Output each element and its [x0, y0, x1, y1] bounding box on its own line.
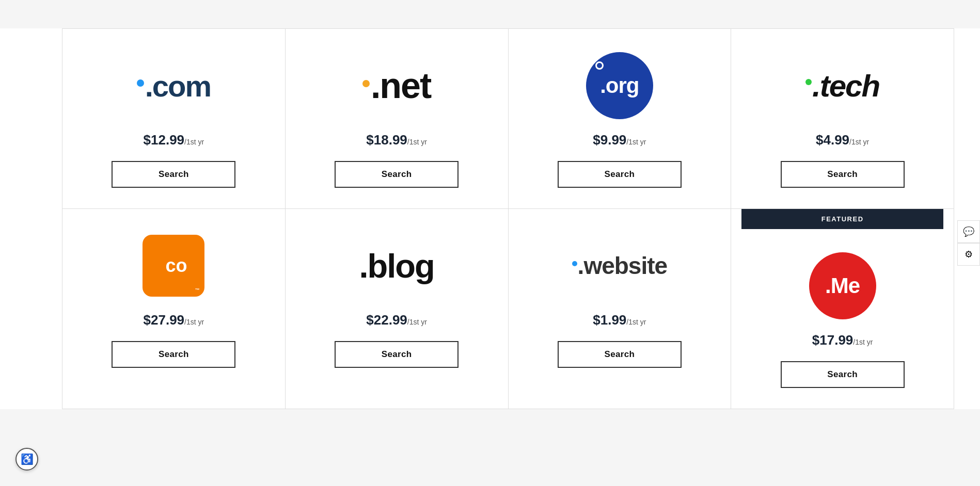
website-logo-area: .website: [572, 230, 668, 302]
domain-card-co: .co ™ $27.99/1st yr Search: [62, 209, 286, 409]
net-logo: .net: [362, 65, 431, 106]
tech-price-value: $4.99: [816, 132, 849, 148]
co-logo: .co ™: [143, 235, 204, 297]
co-logo-area: .co ™: [143, 230, 204, 302]
org-per-yr: /1st yr: [626, 138, 646, 146]
me-per-yr: /1st yr: [853, 338, 873, 346]
accessibility-button[interactable]: ♿: [15, 448, 38, 471]
co-price-value: $27.99: [144, 312, 185, 328]
net-dot: [362, 80, 370, 87]
com-logo: .com: [137, 69, 211, 103]
blog-logo-area: .blog: [359, 230, 434, 302]
org-logo: .org: [586, 52, 653, 119]
net-price-value: $18.99: [366, 132, 407, 148]
blog-logo: .blog: [359, 247, 434, 285]
tech-logo: .tech: [805, 68, 879, 104]
com-price: $12.99/1st yr: [144, 132, 204, 148]
me-price-value: $17.99: [812, 332, 853, 348]
domain-card-tech: .tech $4.99/1st yr Search: [731, 29, 954, 209]
tech-dot: [805, 79, 812, 85]
settings-icon: ⚙: [965, 249, 973, 260]
website-search-button[interactable]: Search: [558, 341, 682, 368]
com-per-yr: /1st yr: [184, 138, 204, 146]
domain-card-website: .website $1.99/1st yr Search: [509, 209, 732, 409]
com-dot: [137, 79, 144, 87]
com-price-value: $12.99: [144, 132, 185, 148]
net-search-button[interactable]: Search: [335, 161, 459, 188]
tech-search-button[interactable]: Search: [781, 161, 905, 188]
domain-card-blog: .blog $22.99/1st yr Search: [286, 209, 509, 409]
tech-logo-area: .tech: [805, 50, 879, 122]
accessibility-icon: ♿: [21, 453, 34, 465]
org-price: $9.99/1st yr: [593, 132, 646, 148]
domain-card-com: .com $12.99/1st yr Search: [62, 29, 286, 209]
me-price: $17.99/1st yr: [812, 332, 873, 348]
website-dot: [572, 261, 577, 266]
org-search-button[interactable]: Search: [558, 161, 682, 188]
settings-button[interactable]: ⚙: [957, 243, 980, 266]
me-logo: .Me: [809, 252, 876, 319]
co-per-yr: /1st yr: [184, 318, 204, 326]
org-dot: [595, 61, 604, 70]
domain-card-org: .org $9.99/1st yr Search: [509, 29, 732, 209]
chat-button[interactable]: 💬: [957, 220, 980, 243]
com-search-button[interactable]: Search: [112, 161, 235, 188]
tech-price: $4.99/1st yr: [816, 132, 869, 148]
net-price: $18.99/1st yr: [366, 132, 427, 148]
net-logo-area: .net: [362, 50, 431, 122]
co-price: $27.99/1st yr: [144, 312, 204, 328]
blog-search-button[interactable]: Search: [335, 341, 459, 368]
org-price-value: $9.99: [593, 132, 626, 148]
blog-per-yr: /1st yr: [407, 318, 427, 326]
blog-price: $22.99/1st yr: [366, 312, 427, 328]
website-logo: .website: [572, 252, 668, 280]
me-logo-area: .Me: [809, 250, 876, 322]
org-logo-area: .org: [586, 50, 653, 122]
net-per-yr: /1st yr: [407, 138, 427, 146]
domain-card-me: FEATURED .Me $17.99/1st yr Search: [731, 209, 954, 409]
me-search-button[interactable]: Search: [781, 361, 905, 388]
website-price-value: $1.99: [593, 312, 626, 328]
domain-grid: .com $12.99/1st yr Search .net $18.99/1s…: [62, 28, 954, 409]
sidebar-float: 💬 ⚙: [957, 220, 980, 266]
chat-icon: 💬: [963, 226, 974, 237]
co-search-button[interactable]: Search: [112, 341, 235, 368]
tech-per-yr: /1st yr: [849, 138, 869, 146]
com-logo-area: .com: [137, 50, 211, 122]
website-per-yr: /1st yr: [626, 318, 646, 326]
website-price: $1.99/1st yr: [593, 312, 646, 328]
featured-banner: FEATURED: [741, 209, 943, 229]
blog-price-value: $22.99: [366, 312, 407, 328]
domain-card-net: .net $18.99/1st yr Search: [286, 29, 509, 209]
